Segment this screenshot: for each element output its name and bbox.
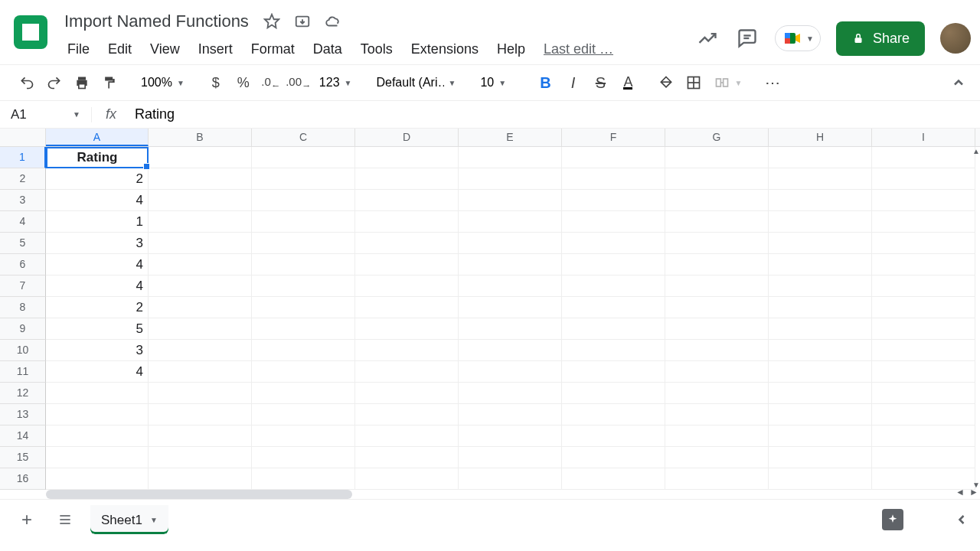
cell-D6[interactable] [355,254,459,276]
cell-A10[interactable]: 3 [46,340,149,361]
cell-C13[interactable] [252,404,355,425]
column-header-D[interactable]: D [355,129,459,146]
column-header-B[interactable]: B [149,129,252,146]
cell-E9[interactable] [459,318,562,340]
cell-H2[interactable] [769,168,872,190]
cell-B13[interactable] [149,404,252,425]
cell-I14[interactable] [872,425,975,447]
cell-H8[interactable] [769,297,872,318]
comments-icon[interactable] [735,26,760,51]
select-all-corner[interactable] [0,129,46,146]
document-title[interactable]: Import Named Functions [60,10,253,33]
cell-B2[interactable] [149,168,252,190]
italic-button[interactable]: I [560,70,586,96]
cell-D15[interactable] [355,447,459,468]
cell-D7[interactable] [355,276,459,297]
cell-E11[interactable] [459,361,562,383]
row-header[interactable]: 5 [0,233,46,254]
menu-data[interactable]: Data [305,38,350,60]
row-header[interactable]: 7 [0,276,46,297]
decrease-decimal-button[interactable]: .0← [258,70,284,96]
cell-C16[interactable] [252,468,355,490]
row-header[interactable]: 10 [0,340,46,361]
cell-C10[interactable] [252,340,355,361]
cell-E14[interactable] [459,425,562,447]
fill-color-button[interactable] [653,70,679,96]
cell-G16[interactable] [665,468,769,490]
cell-E10[interactable] [459,340,562,361]
add-sheet-button[interactable]: + [14,507,40,533]
scroll-down-icon[interactable]: ▼ [972,481,980,490]
cell-E5[interactable] [459,233,562,254]
cell-H9[interactable] [769,318,872,340]
cell-A8[interactable]: 2 [46,297,149,318]
cell-H14[interactable] [769,425,872,447]
menu-help[interactable]: Help [489,38,533,60]
format-currency-button[interactable]: $ [203,70,229,96]
menu-file[interactable]: File [60,38,97,60]
cell-E7[interactable] [459,276,562,297]
cell-B14[interactable] [149,425,252,447]
cell-C3[interactable] [252,190,355,211]
cell-I11[interactable] [872,361,975,383]
strikethrough-button[interactable]: S [587,70,613,96]
cell-F12[interactable] [562,383,665,404]
row-header[interactable]: 14 [0,425,46,447]
cell-F3[interactable] [562,190,665,211]
column-header-G[interactable]: G [665,129,769,146]
row-header[interactable]: 6 [0,254,46,276]
cell-I13[interactable] [872,404,975,425]
increase-decimal-button[interactable]: .00→ [286,70,312,96]
cloud-status-icon[interactable] [324,12,342,31]
text-color-button[interactable]: A [615,70,641,96]
cell-E8[interactable] [459,297,562,318]
row-header[interactable]: 16 [0,468,46,490]
cell-C12[interactable] [252,383,355,404]
cell-D4[interactable] [355,211,459,233]
cell-A4[interactable]: 1 [46,211,149,233]
share-button[interactable]: Share [836,21,925,56]
scroll-left-icon[interactable]: ◄ [954,487,966,499]
cell-H16[interactable] [769,468,872,490]
cell-A16[interactable] [46,468,149,490]
cell-A11[interactable]: 4 [46,361,149,383]
cell-C11[interactable] [252,361,355,383]
cell-G15[interactable] [665,447,769,468]
cell-H6[interactable] [769,254,872,276]
cell-H5[interactable] [769,233,872,254]
row-header[interactable]: 9 [0,318,46,340]
cell-H11[interactable] [769,361,872,383]
cell-C6[interactable] [252,254,355,276]
cell-G12[interactable] [665,383,769,404]
explore-button[interactable] [882,509,903,530]
cell-F10[interactable] [562,340,665,361]
cell-D16[interactable] [355,468,459,490]
cell-F13[interactable] [562,404,665,425]
row-header[interactable]: 2 [0,168,46,190]
cell-A9[interactable]: 5 [46,318,149,340]
cell-G14[interactable] [665,425,769,447]
menu-tools[interactable]: Tools [353,38,400,60]
cell-D2[interactable] [355,168,459,190]
cell-E6[interactable] [459,254,562,276]
cell-D5[interactable] [355,233,459,254]
cell-I5[interactable] [872,233,975,254]
cell-D9[interactable] [355,318,459,340]
merge-cells-dropdown[interactable]: ▼ [708,70,748,96]
column-header-E[interactable]: E [459,129,562,146]
move-icon[interactable] [293,12,312,31]
cell-F5[interactable] [562,233,665,254]
menu-format[interactable]: Format [243,38,302,60]
column-header-H[interactable]: H [769,129,872,146]
scroll-up-icon[interactable]: ▲ [972,147,980,156]
cell-F11[interactable] [562,361,665,383]
cell-I8[interactable] [872,297,975,318]
cell-B16[interactable] [149,468,252,490]
cell-G1[interactable] [665,147,769,168]
cell-G13[interactable] [665,404,769,425]
cell-A13[interactable] [46,404,149,425]
cell-B12[interactable] [149,383,252,404]
cell-E2[interactable] [459,168,562,190]
cell-F16[interactable] [562,468,665,490]
redo-button[interactable] [41,70,67,96]
